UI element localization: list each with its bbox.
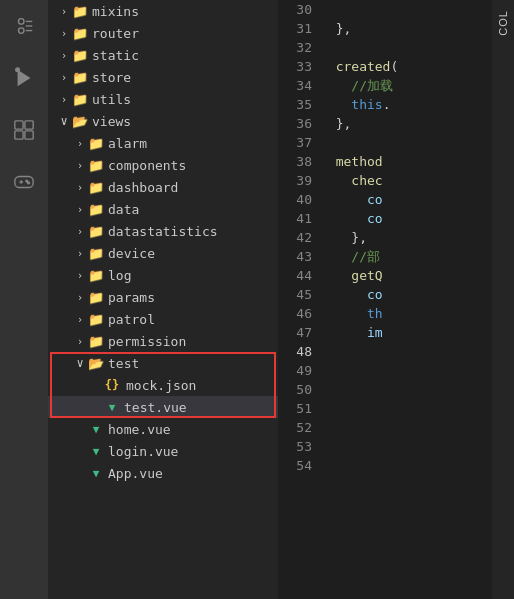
folder-icon: 📁 xyxy=(88,179,104,195)
list-item[interactable]: › 📁 mixins xyxy=(48,0,278,22)
item-label: test.vue xyxy=(124,400,187,415)
code-line xyxy=(320,133,514,152)
svg-marker-5 xyxy=(18,70,31,87)
line-number: 48 xyxy=(278,342,312,361)
line-number: 53 xyxy=(278,437,312,456)
chevron-right-icon: › xyxy=(56,91,72,107)
code-editor: 30 31 32 33 34 35 36 37 38 39 40 41 42 4… xyxy=(278,0,514,599)
svg-rect-11 xyxy=(15,177,33,188)
code-line: }, xyxy=(320,114,514,133)
folder-icon: 📁 xyxy=(88,135,104,151)
line-number: 47 xyxy=(278,323,312,342)
folder-icon: 📁 xyxy=(88,267,104,283)
item-label: views xyxy=(92,114,131,129)
code-line: created( xyxy=(320,57,514,76)
item-label: dashboard xyxy=(108,180,178,195)
list-item[interactable]: › 📁 static xyxy=(48,44,278,66)
col-indicator-bar: COL xyxy=(492,0,514,599)
chevron-right-icon: › xyxy=(72,289,88,305)
list-item[interactable]: › 📁 utils xyxy=(48,88,278,110)
run-icon[interactable] xyxy=(6,60,42,96)
explorer-icon[interactable] xyxy=(6,8,42,44)
code-line: th xyxy=(320,304,514,323)
svg-rect-10 xyxy=(25,131,33,139)
list-item[interactable]: › 📁 patrol xyxy=(48,308,278,330)
list-item[interactable]: › 📁 params xyxy=(48,286,278,308)
item-label: log xyxy=(108,268,131,283)
code-line xyxy=(320,342,514,361)
list-item[interactable]: ∨ 📂 test xyxy=(48,352,278,374)
item-label: static xyxy=(92,48,139,63)
list-item[interactable]: › 📁 datastatistics xyxy=(48,220,278,242)
line-number: 32 xyxy=(278,38,312,57)
list-item[interactable]: ∨ 📂 views xyxy=(48,110,278,132)
code-line: getQ xyxy=(320,266,514,285)
line-number: 41 xyxy=(278,209,312,228)
list-item[interactable]: › ▼ App.vue xyxy=(48,462,278,484)
chevron-right-icon: › xyxy=(72,267,88,283)
list-item[interactable]: › {} mock.json xyxy=(48,374,278,396)
gamepad-icon[interactable] xyxy=(6,164,42,200)
item-label: alarm xyxy=(108,136,147,151)
code-line xyxy=(320,399,514,418)
code-line xyxy=(320,380,514,399)
code-line xyxy=(320,361,514,380)
line-number: 33 xyxy=(278,57,312,76)
folder-icon: 📁 xyxy=(88,157,104,173)
line-number: 37 xyxy=(278,133,312,152)
line-number: 36 xyxy=(278,114,312,133)
list-item[interactable]: › 📁 permission xyxy=(48,330,278,352)
code-line: //部 xyxy=(320,247,514,266)
list-item[interactable]: › 📁 log xyxy=(48,264,278,286)
list-item[interactable]: › 📁 device xyxy=(48,242,278,264)
folder-open-icon: 📂 xyxy=(72,113,88,129)
list-item[interactable]: › ▼ test.vue xyxy=(48,396,278,418)
code-line: this. xyxy=(320,95,514,114)
chevron-right-icon: › xyxy=(56,25,72,41)
line-number: 35 xyxy=(278,95,312,114)
folder-icon: 📁 xyxy=(88,223,104,239)
svg-rect-8 xyxy=(25,121,33,129)
code-line: co xyxy=(320,209,514,228)
list-item[interactable]: › ▼ login.vue xyxy=(48,440,278,462)
folder-icon: 📁 xyxy=(72,3,88,19)
code-line: }, xyxy=(320,228,514,247)
chevron-right-icon: › xyxy=(72,135,88,151)
line-number: 51 xyxy=(278,399,312,418)
list-item[interactable]: › 📁 router xyxy=(48,22,278,44)
item-label: mixins xyxy=(92,4,139,19)
folder-icon: 📁 xyxy=(72,47,88,63)
code-line xyxy=(320,437,514,456)
line-number: 44 xyxy=(278,266,312,285)
code-line xyxy=(320,418,514,437)
chevron-right-icon: › xyxy=(72,311,88,327)
list-item[interactable]: › 📁 data xyxy=(48,198,278,220)
item-label: permission xyxy=(108,334,186,349)
list-item[interactable]: › ▼ home.vue xyxy=(48,418,278,440)
code-lines[interactable]: }, created( //加载 this. }, method chec co… xyxy=(320,0,514,599)
line-number: 49 xyxy=(278,361,312,380)
folder-icon: 📁 xyxy=(88,289,104,305)
line-number: 45 xyxy=(278,285,312,304)
item-label: test xyxy=(108,356,139,371)
item-label: data xyxy=(108,202,139,217)
activity-bar xyxy=(0,0,48,599)
svg-rect-7 xyxy=(15,121,23,129)
chevron-right-icon: › xyxy=(72,333,88,349)
list-item[interactable]: › 📁 store xyxy=(48,66,278,88)
line-number: 54 xyxy=(278,456,312,475)
list-item[interactable]: › 📁 components xyxy=(48,154,278,176)
vue-file-icon: ▼ xyxy=(88,465,104,481)
extensions-icon[interactable] xyxy=(6,112,42,148)
chevron-right-icon: › xyxy=(56,69,72,85)
folder-icon: 📁 xyxy=(72,69,88,85)
list-item[interactable]: › 📁 dashboard xyxy=(48,176,278,198)
vue-file-icon: ▼ xyxy=(88,443,104,459)
list-item[interactable]: › 📁 alarm xyxy=(48,132,278,154)
code-line xyxy=(320,456,514,475)
code-line: method xyxy=(320,152,514,171)
code-line xyxy=(320,0,514,19)
svg-point-0 xyxy=(19,19,25,25)
code-line: im xyxy=(320,323,514,342)
chevron-right-icon: › xyxy=(72,179,88,195)
